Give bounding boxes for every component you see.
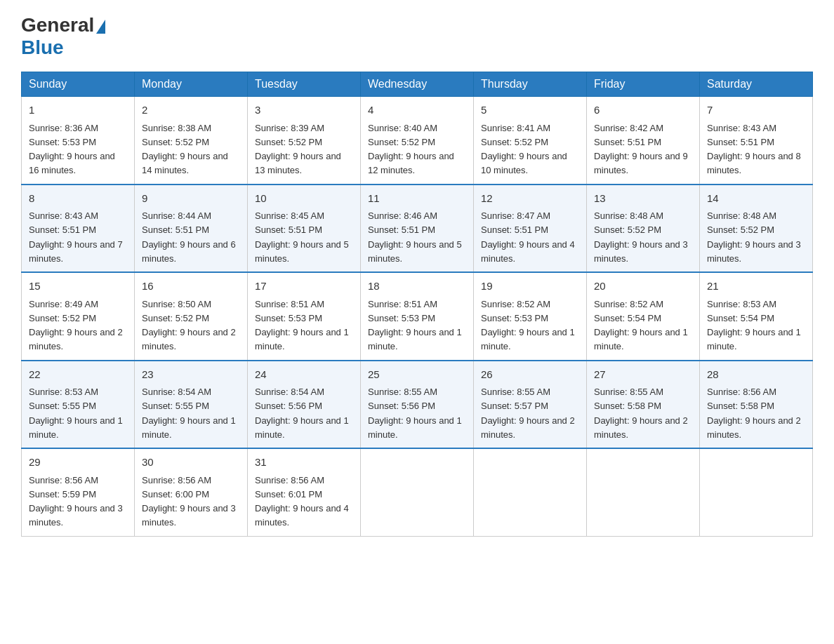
weekday-header-sunday: Sunday [22, 72, 135, 97]
day-cell-20: 20Sunrise: 8:52 AMSunset: 5:54 PMDayligh… [587, 272, 700, 361]
day-number: 4 [368, 102, 466, 119]
day-cell-2: 2Sunrise: 8:38 AMSunset: 5:52 PMDaylight… [135, 97, 248, 185]
day-cell-17: 17Sunrise: 8:51 AMSunset: 5:53 PMDayligh… [248, 272, 361, 361]
day-cell-1: 1Sunrise: 8:36 AMSunset: 5:53 PMDaylight… [22, 97, 135, 185]
week-row-2: 8Sunrise: 8:43 AMSunset: 5:51 PMDaylight… [22, 185, 813, 273]
day-number: 9 [142, 191, 240, 207]
day-cell-23: 23Sunrise: 8:54 AMSunset: 5:55 PMDayligh… [135, 361, 248, 449]
day-info: Sunrise: 8:36 AMSunset: 5:53 PMDaylight:… [29, 123, 115, 176]
logo: General Blue [21, 14, 105, 59]
day-number: 31 [255, 455, 353, 471]
logo-arrow-icon [96, 20, 105, 34]
day-info: Sunrise: 8:40 AMSunset: 5:52 PMDaylight:… [368, 123, 454, 176]
weekday-header-monday: Monday [135, 72, 248, 97]
day-info: Sunrise: 8:55 AMSunset: 5:57 PMDaylight:… [481, 387, 575, 440]
day-info: Sunrise: 8:52 AMSunset: 5:53 PMDaylight:… [481, 299, 575, 352]
week-row-1: 1Sunrise: 8:36 AMSunset: 5:53 PMDaylight… [22, 97, 813, 185]
day-info: Sunrise: 8:55 AMSunset: 5:58 PMDaylight:… [594, 387, 688, 440]
day-cell-21: 21Sunrise: 8:53 AMSunset: 5:54 PMDayligh… [700, 272, 813, 361]
day-number: 17 [255, 279, 353, 295]
day-cell-19: 19Sunrise: 8:52 AMSunset: 5:53 PMDayligh… [474, 272, 587, 361]
calendar-table: SundayMondayTuesdayWednesdayThursdayFrid… [21, 72, 813, 537]
day-cell-5: 5Sunrise: 8:41 AMSunset: 5:52 PMDaylight… [474, 97, 587, 185]
day-number: 3 [255, 102, 353, 119]
day-number: 26 [481, 367, 579, 383]
day-number: 14 [707, 191, 805, 207]
day-cell-10: 10Sunrise: 8:45 AMSunset: 5:51 PMDayligh… [248, 185, 361, 273]
day-info: Sunrise: 8:48 AMSunset: 5:52 PMDaylight:… [594, 210, 688, 264]
day-number: 21 [707, 279, 805, 295]
day-info: Sunrise: 8:46 AMSunset: 5:51 PMDaylight:… [368, 210, 462, 264]
day-info: Sunrise: 8:44 AMSunset: 5:51 PMDaylight:… [142, 210, 236, 264]
day-number: 23 [142, 367, 240, 383]
day-number: 16 [142, 279, 240, 295]
day-cell-18: 18Sunrise: 8:51 AMSunset: 5:53 PMDayligh… [361, 272, 474, 361]
day-number: 1 [29, 102, 127, 119]
day-cell-14: 14Sunrise: 8:48 AMSunset: 5:52 PMDayligh… [700, 185, 813, 273]
day-info: Sunrise: 8:38 AMSunset: 5:52 PMDaylight:… [142, 123, 228, 176]
empty-cell [700, 448, 813, 536]
day-cell-31: 31Sunrise: 8:56 AMSunset: 6:01 PMDayligh… [248, 448, 361, 536]
day-info: Sunrise: 8:56 AMSunset: 5:59 PMDaylight:… [29, 475, 123, 528]
day-cell-27: 27Sunrise: 8:55 AMSunset: 5:58 PMDayligh… [587, 361, 700, 449]
day-number: 6 [594, 102, 692, 119]
day-info: Sunrise: 8:54 AMSunset: 5:55 PMDaylight:… [142, 387, 236, 440]
day-cell-30: 30Sunrise: 8:56 AMSunset: 6:00 PMDayligh… [135, 448, 248, 536]
day-info: Sunrise: 8:53 AMSunset: 5:55 PMDaylight:… [29, 387, 123, 440]
day-cell-24: 24Sunrise: 8:54 AMSunset: 5:56 PMDayligh… [248, 361, 361, 449]
day-number: 28 [707, 367, 805, 383]
day-number: 30 [142, 455, 240, 471]
day-info: Sunrise: 8:53 AMSunset: 5:54 PMDaylight:… [707, 299, 801, 352]
page-header: General Blue [21, 14, 813, 59]
day-number: 19 [481, 279, 579, 295]
day-cell-22: 22Sunrise: 8:53 AMSunset: 5:55 PMDayligh… [22, 361, 135, 449]
day-info: Sunrise: 8:51 AMSunset: 5:53 PMDaylight:… [368, 299, 462, 352]
day-info: Sunrise: 8:51 AMSunset: 5:53 PMDaylight:… [255, 299, 349, 352]
day-cell-6: 6Sunrise: 8:42 AMSunset: 5:51 PMDaylight… [587, 97, 700, 185]
day-cell-3: 3Sunrise: 8:39 AMSunset: 5:52 PMDaylight… [248, 97, 361, 185]
day-info: Sunrise: 8:56 AMSunset: 6:00 PMDaylight:… [142, 475, 236, 528]
day-number: 29 [29, 455, 127, 471]
week-row-4: 22Sunrise: 8:53 AMSunset: 5:55 PMDayligh… [22, 361, 813, 449]
day-number: 20 [594, 279, 692, 295]
weekday-header-friday: Friday [587, 72, 700, 97]
day-info: Sunrise: 8:39 AMSunset: 5:52 PMDaylight:… [255, 123, 341, 176]
day-info: Sunrise: 8:56 AMSunset: 5:58 PMDaylight:… [707, 387, 801, 440]
day-cell-4: 4Sunrise: 8:40 AMSunset: 5:52 PMDaylight… [361, 97, 474, 185]
day-info: Sunrise: 8:55 AMSunset: 5:56 PMDaylight:… [368, 387, 462, 440]
day-number: 24 [255, 367, 353, 383]
day-cell-11: 11Sunrise: 8:46 AMSunset: 5:51 PMDayligh… [361, 185, 474, 273]
day-cell-12: 12Sunrise: 8:47 AMSunset: 5:51 PMDayligh… [474, 185, 587, 273]
day-number: 10 [255, 191, 353, 207]
day-number: 15 [29, 279, 127, 295]
week-row-5: 29Sunrise: 8:56 AMSunset: 5:59 PMDayligh… [22, 448, 813, 536]
day-number: 11 [368, 191, 466, 207]
day-number: 22 [29, 367, 127, 383]
day-number: 7 [707, 102, 805, 119]
weekday-header-thursday: Thursday [474, 72, 587, 97]
day-number: 27 [594, 367, 692, 383]
weekday-header-saturday: Saturday [700, 72, 813, 97]
day-cell-15: 15Sunrise: 8:49 AMSunset: 5:52 PMDayligh… [22, 272, 135, 361]
day-cell-26: 26Sunrise: 8:55 AMSunset: 5:57 PMDayligh… [474, 361, 587, 449]
weekday-header-row: SundayMondayTuesdayWednesdayThursdayFrid… [22, 72, 813, 97]
day-cell-28: 28Sunrise: 8:56 AMSunset: 5:58 PMDayligh… [700, 361, 813, 449]
day-info: Sunrise: 8:47 AMSunset: 5:51 PMDaylight:… [481, 210, 575, 264]
day-info: Sunrise: 8:43 AMSunset: 5:51 PMDaylight:… [29, 210, 123, 264]
day-cell-7: 7Sunrise: 8:43 AMSunset: 5:51 PMDaylight… [700, 97, 813, 185]
day-info: Sunrise: 8:45 AMSunset: 5:51 PMDaylight:… [255, 210, 349, 264]
logo-general-text: General [21, 14, 94, 36]
weekday-header-tuesday: Tuesday [248, 72, 361, 97]
day-info: Sunrise: 8:42 AMSunset: 5:51 PMDaylight:… [594, 123, 688, 176]
day-info: Sunrise: 8:41 AMSunset: 5:52 PMDaylight:… [481, 123, 567, 176]
day-cell-13: 13Sunrise: 8:48 AMSunset: 5:52 PMDayligh… [587, 185, 700, 273]
day-info: Sunrise: 8:43 AMSunset: 5:51 PMDaylight:… [707, 123, 801, 176]
day-cell-29: 29Sunrise: 8:56 AMSunset: 5:59 PMDayligh… [22, 448, 135, 536]
day-cell-25: 25Sunrise: 8:55 AMSunset: 5:56 PMDayligh… [361, 361, 474, 449]
week-row-3: 15Sunrise: 8:49 AMSunset: 5:52 PMDayligh… [22, 272, 813, 361]
day-info: Sunrise: 8:50 AMSunset: 5:52 PMDaylight:… [142, 299, 236, 352]
empty-cell [587, 448, 700, 536]
day-info: Sunrise: 8:49 AMSunset: 5:52 PMDaylight:… [29, 299, 123, 352]
day-info: Sunrise: 8:52 AMSunset: 5:54 PMDaylight:… [594, 299, 688, 352]
day-cell-9: 9Sunrise: 8:44 AMSunset: 5:51 PMDaylight… [135, 185, 248, 273]
